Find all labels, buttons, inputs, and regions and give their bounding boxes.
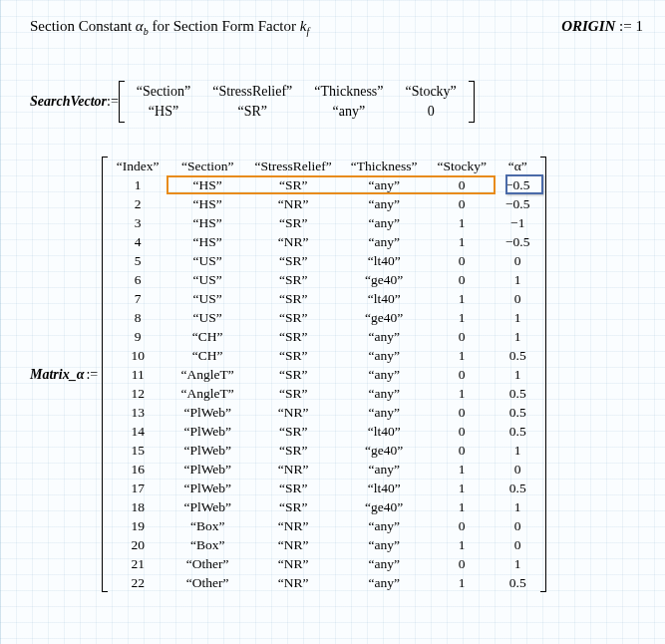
sv-header: “Section” [127,83,200,101]
origin-assignment: ORIGIN := 1 [561,18,643,35]
cell: 0 [429,251,495,270]
cell: 1 [429,289,495,308]
cell: 0 [429,554,495,573]
cell: “US” [167,251,247,270]
cell: “any” [339,573,429,592]
cell: “SR” [247,346,339,365]
k-sub: f [306,26,309,37]
cell: “HS” [167,213,247,232]
cell: “HS” [167,232,247,251]
left-bracket-icon [119,81,125,123]
cell: 5 [108,251,167,270]
cell: “US” [167,308,247,327]
cell: 0.5 [495,422,540,441]
cell: 0 [429,516,495,535]
cell: “any” [339,516,429,535]
cell: “any” [339,535,429,554]
cell: 1 [429,535,495,554]
cell: “any” [339,403,429,422]
cell: “US” [167,289,247,308]
cell: “SR” [247,327,339,346]
cell: “lt40” [339,289,429,308]
cell: 0 [429,194,495,213]
cell: “PlWeb” [167,441,247,460]
table-row: 13“PlWeb”“NR”“any”00.5 [108,403,540,422]
col-header: “Index” [108,157,167,175]
right-bracket-icon [469,81,475,123]
cell: 14 [108,422,167,441]
cell: “PlWeb” [167,497,247,516]
cell: 15 [108,441,167,460]
table-row: 20“Box”“NR”“any”10 [108,535,540,554]
cell: “any” [339,346,429,365]
table-row: 18“PlWeb”“SR”“ge40”11 [108,497,540,516]
cell: “ge40” [339,308,429,327]
cell: “any” [339,554,429,573]
cell: “US” [167,270,247,289]
sv-value: “any” [304,103,393,121]
cell: 6 [108,270,167,289]
table-row: 6“US”“SR”“ge40”01 [108,270,540,289]
table-row: 14“PlWeb”“SR”“lt40”00.5 [108,422,540,441]
table-row: 4“HS”“NR”“any”1−0.5 [108,232,540,251]
cell: “NR” [247,194,339,213]
cell: 11 [108,365,167,384]
right-bracket-icon [540,157,546,592]
cell: “any” [339,384,429,403]
cell: 1 [495,497,540,516]
cell: 0 [429,403,495,422]
origin-value: 1 [636,18,644,34]
page-title: Section Constant αb for Section Form Fac… [30,18,309,37]
cell: 0 [495,516,540,535]
table-row: 21“Other”“NR”“any”01 [108,554,540,573]
table-row: 8“US”“SR”“ge40”11 [108,308,540,327]
cell: 1 [495,327,540,346]
sv-value: “SR” [202,103,302,121]
cell: 1 [495,308,540,327]
cell: “SR” [247,441,339,460]
cell: “SR” [247,422,339,441]
col-header: “Section” [167,157,247,175]
table-row: 17“PlWeb”“SR”“lt40”10.5 [108,479,540,497]
sv-value: 0 [396,103,467,121]
cell: 0.5 [495,573,540,592]
cell: 16 [108,460,167,479]
cell: “NR” [247,403,339,422]
cell: 1 [429,460,495,479]
cell: “NR” [247,460,339,479]
table-row: 11“AngleT”“SR”“any”01 [108,365,540,384]
cell: “HS” [167,175,247,194]
matrix-alpha-assignment: Matrix_α := “Index” “Section” “StressRel… [30,157,643,592]
cell: 12 [108,384,167,403]
cell: 1 [429,232,495,251]
cell: 3 [108,213,167,232]
cell: 0 [429,422,495,441]
search-vector-matrix: “Section” “StressRelief” “Thickness” “St… [119,81,475,123]
cell: 22 [108,573,167,592]
cell: 1 [495,270,540,289]
col-header: “α” [495,157,540,175]
cell: 0 [495,535,540,554]
cell: 1 [495,554,540,573]
cell: 17 [108,479,167,497]
table-row: 19“Box”“NR”“any”00 [108,516,540,535]
sv-header: “StressRelief” [202,83,302,101]
search-vector-table: “Section” “StressRelief” “Thickness” “St… [125,81,469,123]
coloneq-icon: := [107,94,119,110]
alpha-symbol: α [136,18,144,34]
cell: “Box” [167,516,247,535]
cell: “SR” [247,251,339,270]
col-header: “Stocky” [429,157,495,175]
cell: 0.5 [495,479,540,497]
cell: “NR” [247,535,339,554]
table-row: 22“Other”“NR”“any”10.5 [108,573,540,592]
cell: 9 [108,327,167,346]
table-row: 16“PlWeb”“NR”“any”10 [108,460,540,479]
matrix-label: Matrix_α [30,367,84,383]
col-header: “StressRelief” [247,157,339,175]
cell: 0 [429,175,495,194]
col-header: “Thickness” [339,157,429,175]
coloneq-icon: := [619,18,632,34]
cell: 0 [429,441,495,460]
cell: “SR” [247,384,339,403]
